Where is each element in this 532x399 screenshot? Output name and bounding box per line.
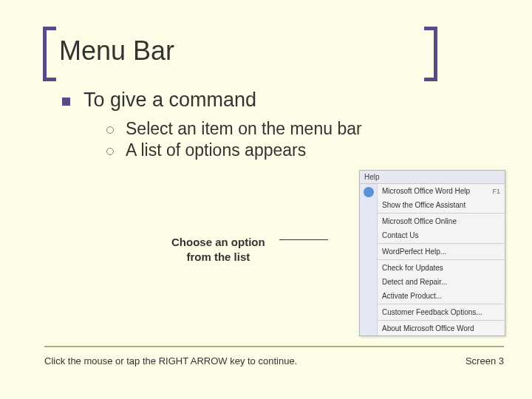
menu-header[interactable]: Help [360, 171, 505, 184]
menu-item-label: About Microsoft Office Word [382, 324, 474, 332]
menu-separator-icon [378, 213, 505, 214]
menu-item-wordperfect-help[interactable]: WordPerfect Help... [378, 245, 505, 259]
bullet-text: A list of options appears [126, 140, 306, 160]
help-icon [364, 187, 374, 197]
callout-connector-icon [279, 239, 328, 240]
list-item: A list of options appears [106, 140, 502, 160]
bracket-left-icon [43, 27, 56, 81]
list-item: To give a command [62, 89, 502, 112]
menu-item-check-updates[interactable]: Check for Updates [378, 261, 505, 275]
menu-item-about-word[interactable]: About Microsoft Office Word [378, 321, 505, 335]
callout-line1: Choose an option [171, 236, 265, 248]
menu-body: Microsoft Office Word Help F1 Show the O… [360, 184, 505, 335]
menu-item-feedback-options[interactable]: Customer Feedback Options... [378, 305, 505, 319]
menu-item-office-assistant[interactable]: Show the Office Assistant [378, 198, 505, 212]
square-bullet-icon [62, 98, 70, 106]
menu-item-label: Check for Updates [382, 264, 443, 272]
menu-icon-gutter [360, 184, 378, 335]
menu-separator-icon [378, 243, 505, 244]
menu-item-label: Detect and Repair... [382, 278, 447, 286]
circle-bullet-icon [106, 126, 114, 134]
menu-separator-icon [378, 304, 505, 304]
menu-item-activate-product[interactable]: Activate Product... [378, 289, 505, 303]
help-menu: Help Microsoft Office Word Help F1 Show … [359, 170, 505, 336]
menu-item-office-online[interactable]: Microsoft Office Online [378, 214, 505, 228]
menu-separator-icon [378, 320, 505, 321]
menu-item-label: Contact Us [382, 231, 418, 239]
menu-item-label: Activate Product... [382, 292, 442, 300]
title-area: Menu Bar [43, 35, 502, 66]
bracket-right-icon [424, 27, 437, 81]
callout-line2: from the list [186, 250, 250, 263]
menu-item-detect-repair[interactable]: Detect and Repair... [378, 275, 505, 289]
menu-item-label: WordPerfect Help... [382, 248, 446, 256]
screen-number: Screen 3 [466, 355, 504, 366]
menu-item-label: Customer Feedback Options... [382, 308, 482, 316]
menu-item-label: Microsoft Office Word Help [382, 187, 470, 195]
menu-item-list: Microsoft Office Word Help F1 Show the O… [378, 184, 505, 335]
bullet-text: Select an item on the menu bar [126, 119, 362, 139]
list-item: Select an item on the menu bar [106, 119, 502, 139]
sub-list: Select an item on the menu bar A list of… [62, 119, 502, 160]
footer-instruction: Click the mouse or tap the RIGHT ARROW k… [44, 355, 297, 366]
bullet-text: To give a command [83, 89, 256, 112]
content-area: To give a command Select an item on the … [30, 89, 502, 160]
footer-divider-icon [44, 346, 504, 347]
menu-item-label: Show the Office Assistant [382, 201, 466, 209]
circle-bullet-icon [106, 148, 114, 155]
menu-separator-icon [378, 259, 505, 260]
menu-item-contact-us[interactable]: Contact Us [378, 228, 505, 242]
menu-item-shortcut: F1 [492, 188, 500, 195]
menu-item-word-help[interactable]: Microsoft Office Word Help F1 [378, 184, 505, 198]
callout-label: Choose an option from the list [171, 235, 265, 264]
menu-item-label: Microsoft Office Online [382, 217, 457, 225]
slide: Menu Bar To give a command Select an ite… [0, 0, 532, 399]
